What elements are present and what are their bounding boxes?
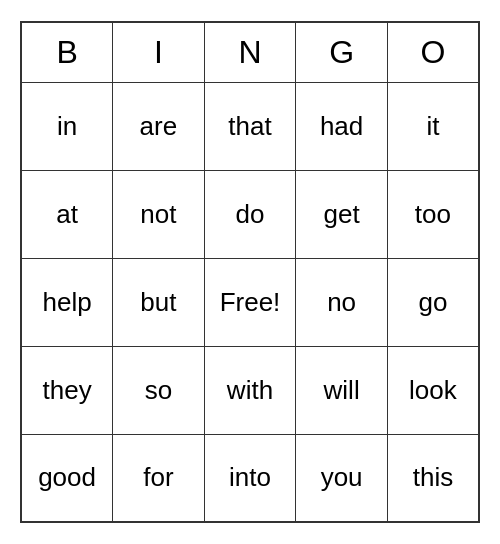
header-o: O	[387, 22, 479, 82]
header-i: I	[113, 22, 204, 82]
cell-r2-c4: get	[296, 170, 388, 258]
cell-r1-c5: it	[387, 82, 479, 170]
cell-r4-c2: so	[113, 346, 204, 434]
cell-r2-c2: not	[113, 170, 204, 258]
cell-r5-c1: good	[21, 434, 113, 522]
table-row: goodforintoyouthis	[21, 434, 479, 522]
cell-r3-c1: help	[21, 258, 113, 346]
cell-r2-c3: do	[204, 170, 296, 258]
cell-r1-c1: in	[21, 82, 113, 170]
table-row: inarethathadit	[21, 82, 479, 170]
bingo-header-row: B I N G O	[21, 22, 479, 82]
cell-r1-c4: had	[296, 82, 388, 170]
cell-r3-c5: go	[387, 258, 479, 346]
cell-r1-c2: are	[113, 82, 204, 170]
table-row: helpbutFree!nogo	[21, 258, 479, 346]
cell-r4-c3: with	[204, 346, 296, 434]
table-row: theysowithwilllook	[21, 346, 479, 434]
cell-r3-c3: Free!	[204, 258, 296, 346]
table-row: atnotdogettoo	[21, 170, 479, 258]
bingo-body: inarethathaditatnotdogettoohelpbutFree!n…	[21, 82, 479, 522]
cell-r4-c1: they	[21, 346, 113, 434]
cell-r3-c4: no	[296, 258, 388, 346]
cell-r3-c2: but	[113, 258, 204, 346]
cell-r4-c4: will	[296, 346, 388, 434]
header-b: B	[21, 22, 113, 82]
cell-r5-c3: into	[204, 434, 296, 522]
bingo-card: B I N G O inarethathaditatnotdogettoohel…	[20, 21, 480, 523]
cell-r4-c5: look	[387, 346, 479, 434]
header-g: G	[296, 22, 388, 82]
header-n: N	[204, 22, 296, 82]
cell-r5-c4: you	[296, 434, 388, 522]
cell-r5-c5: this	[387, 434, 479, 522]
cell-r2-c5: too	[387, 170, 479, 258]
cell-r2-c1: at	[21, 170, 113, 258]
cell-r1-c3: that	[204, 82, 296, 170]
cell-r5-c2: for	[113, 434, 204, 522]
